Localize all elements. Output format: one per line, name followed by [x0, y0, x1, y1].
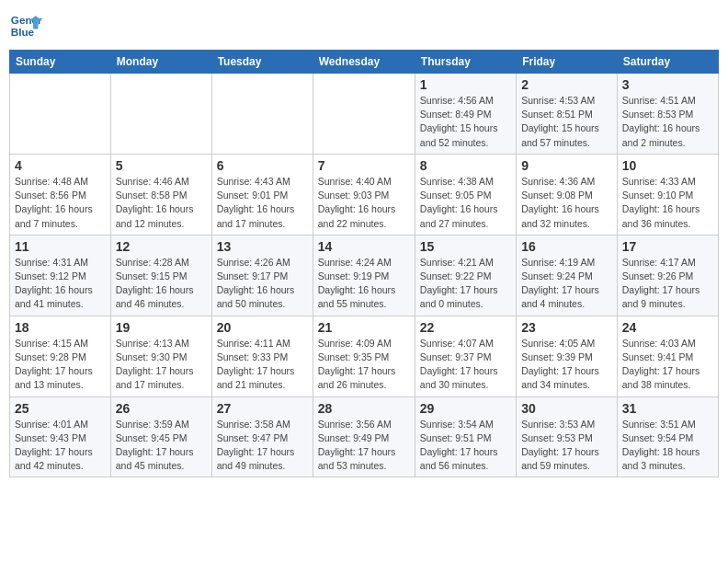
- day-info: Sunrise: 4:48 AM Sunset: 8:56 PM Dayligh…: [15, 175, 106, 231]
- calendar-cell: 2Sunrise: 4:53 AM Sunset: 8:51 PM Daylig…: [517, 74, 618, 155]
- calendar-cell: 8Sunrise: 4:38 AM Sunset: 9:05 PM Daylig…: [415, 154, 516, 235]
- calendar-cell: 4Sunrise: 4:48 AM Sunset: 8:56 PM Daylig…: [10, 154, 111, 235]
- day-number: 21: [318, 320, 410, 335]
- calendar-cell: 18Sunrise: 4:15 AM Sunset: 9:28 PM Dayli…: [10, 316, 111, 396]
- calendar-cell: 19Sunrise: 4:13 AM Sunset: 9:30 PM Dayli…: [110, 316, 211, 396]
- calendar-cell: [313, 74, 415, 155]
- calendar-cell: 24Sunrise: 4:03 AM Sunset: 9:41 PM Dayli…: [617, 316, 718, 396]
- calendar-cell: 31Sunrise: 3:51 AM Sunset: 9:54 PM Dayli…: [617, 396, 718, 477]
- calendar-cell: 23Sunrise: 4:05 AM Sunset: 9:39 PM Dayli…: [517, 316, 618, 396]
- day-info: Sunrise: 4:36 AM Sunset: 9:08 PM Dayligh…: [521, 175, 612, 231]
- day-info: Sunrise: 4:05 AM Sunset: 9:39 PM Dayligh…: [521, 337, 612, 393]
- calendar-week-row: 11Sunrise: 4:31 AM Sunset: 9:12 PM Dayli…: [10, 235, 719, 316]
- calendar-cell: 29Sunrise: 3:54 AM Sunset: 9:51 PM Dayli…: [415, 396, 516, 477]
- calendar-cell: 25Sunrise: 4:01 AM Sunset: 9:43 PM Dayli…: [10, 396, 111, 477]
- svg-text:Blue: Blue: [11, 26, 35, 38]
- day-number: 29: [420, 401, 511, 416]
- day-info: Sunrise: 4:56 AM Sunset: 8:49 PM Dayligh…: [420, 94, 511, 150]
- calendar-cell: 27Sunrise: 3:58 AM Sunset: 9:47 PM Dayli…: [211, 396, 313, 477]
- weekday-header-tuesday: Tuesday: [211, 51, 313, 74]
- day-number: 25: [15, 401, 106, 416]
- day-number: 1: [420, 77, 511, 92]
- day-info: Sunrise: 4:24 AM Sunset: 9:19 PM Dayligh…: [318, 256, 410, 312]
- calendar-header-row: SundayMondayTuesdayWednesdayThursdayFrid…: [10, 51, 719, 74]
- day-number: 28: [318, 401, 410, 416]
- day-info: Sunrise: 3:54 AM Sunset: 9:51 PM Dayligh…: [420, 418, 511, 474]
- weekday-header-saturday: Saturday: [617, 51, 718, 74]
- day-number: 19: [116, 320, 207, 335]
- page-header: General Blue: [9, 9, 719, 42]
- day-number: 16: [521, 239, 612, 254]
- weekday-header-monday: Monday: [110, 51, 211, 74]
- day-info: Sunrise: 4:01 AM Sunset: 9:43 PM Dayligh…: [15, 418, 106, 474]
- day-info: Sunrise: 4:53 AM Sunset: 8:51 PM Dayligh…: [521, 94, 612, 150]
- calendar-cell: [211, 74, 313, 155]
- weekday-header-wednesday: Wednesday: [313, 51, 415, 74]
- day-info: Sunrise: 4:19 AM Sunset: 9:24 PM Dayligh…: [521, 256, 612, 312]
- calendar-cell: 11Sunrise: 4:31 AM Sunset: 9:12 PM Dayli…: [10, 235, 111, 316]
- day-info: Sunrise: 4:31 AM Sunset: 9:12 PM Dayligh…: [15, 256, 106, 312]
- day-number: 20: [217, 320, 308, 335]
- day-number: 15: [420, 239, 511, 254]
- calendar-cell: [110, 74, 211, 155]
- day-number: 3: [622, 77, 713, 92]
- day-number: 9: [521, 158, 612, 173]
- calendar-week-row: 25Sunrise: 4:01 AM Sunset: 9:43 PM Dayli…: [10, 396, 719, 477]
- calendar-cell: 9Sunrise: 4:36 AM Sunset: 9:08 PM Daylig…: [517, 154, 618, 235]
- calendar-cell: 13Sunrise: 4:26 AM Sunset: 9:17 PM Dayli…: [211, 235, 313, 316]
- calendar-cell: 20Sunrise: 4:11 AM Sunset: 9:33 PM Dayli…: [211, 316, 313, 396]
- day-info: Sunrise: 4:26 AM Sunset: 9:17 PM Dayligh…: [217, 256, 308, 312]
- day-number: 23: [521, 320, 612, 335]
- day-number: 17: [622, 239, 713, 254]
- day-info: Sunrise: 3:53 AM Sunset: 9:53 PM Dayligh…: [521, 418, 612, 474]
- day-number: 26: [116, 401, 207, 416]
- calendar-cell: 22Sunrise: 4:07 AM Sunset: 9:37 PM Dayli…: [415, 316, 516, 396]
- day-number: 7: [318, 158, 410, 173]
- day-number: 11: [15, 239, 106, 254]
- calendar-cell: 17Sunrise: 4:17 AM Sunset: 9:26 PM Dayli…: [617, 235, 718, 316]
- day-info: Sunrise: 4:21 AM Sunset: 9:22 PM Dayligh…: [420, 256, 511, 312]
- day-info: Sunrise: 3:56 AM Sunset: 9:49 PM Dayligh…: [318, 418, 410, 474]
- calendar-cell: 10Sunrise: 4:33 AM Sunset: 9:10 PM Dayli…: [617, 154, 718, 235]
- day-number: 18: [15, 320, 106, 335]
- day-info: Sunrise: 4:28 AM Sunset: 9:15 PM Dayligh…: [116, 256, 207, 312]
- calendar-cell: 6Sunrise: 4:43 AM Sunset: 9:01 PM Daylig…: [211, 154, 313, 235]
- day-number: 27: [217, 401, 308, 416]
- day-number: 31: [622, 401, 713, 416]
- day-info: Sunrise: 4:43 AM Sunset: 9:01 PM Dayligh…: [217, 175, 308, 231]
- day-info: Sunrise: 4:13 AM Sunset: 9:30 PM Dayligh…: [116, 337, 207, 393]
- calendar-week-row: 18Sunrise: 4:15 AM Sunset: 9:28 PM Dayli…: [10, 316, 719, 396]
- weekday-header-sunday: Sunday: [10, 51, 111, 74]
- calendar-cell: 15Sunrise: 4:21 AM Sunset: 9:22 PM Dayli…: [415, 235, 516, 316]
- day-info: Sunrise: 4:11 AM Sunset: 9:33 PM Dayligh…: [217, 337, 308, 393]
- day-info: Sunrise: 4:33 AM Sunset: 9:10 PM Dayligh…: [622, 175, 713, 231]
- day-info: Sunrise: 4:46 AM Sunset: 8:58 PM Dayligh…: [116, 175, 207, 231]
- day-number: 24: [622, 320, 713, 335]
- calendar-cell: 30Sunrise: 3:53 AM Sunset: 9:53 PM Dayli…: [517, 396, 618, 477]
- calendar-cell: 16Sunrise: 4:19 AM Sunset: 9:24 PM Dayli…: [517, 235, 618, 316]
- calendar-cell: [10, 74, 111, 155]
- calendar-cell: 26Sunrise: 3:59 AM Sunset: 9:45 PM Dayli…: [110, 396, 211, 477]
- day-info: Sunrise: 3:59 AM Sunset: 9:45 PM Dayligh…: [116, 418, 207, 474]
- calendar-cell: 3Sunrise: 4:51 AM Sunset: 8:53 PM Daylig…: [617, 74, 718, 155]
- calendar-week-row: 4Sunrise: 4:48 AM Sunset: 8:56 PM Daylig…: [10, 154, 719, 235]
- day-info: Sunrise: 4:09 AM Sunset: 9:35 PM Dayligh…: [318, 337, 410, 393]
- calendar-table: SundayMondayTuesdayWednesdayThursdayFrid…: [9, 50, 719, 477]
- day-info: Sunrise: 4:07 AM Sunset: 9:37 PM Dayligh…: [420, 337, 511, 393]
- calendar-cell: 21Sunrise: 4:09 AM Sunset: 9:35 PM Dayli…: [313, 316, 415, 396]
- day-number: 6: [217, 158, 308, 173]
- day-number: 5: [116, 158, 207, 173]
- day-number: 14: [318, 239, 410, 254]
- weekday-header-thursday: Thursday: [415, 51, 516, 74]
- day-number: 30: [521, 401, 612, 416]
- weekday-header-friday: Friday: [517, 51, 618, 74]
- day-info: Sunrise: 4:40 AM Sunset: 9:03 PM Dayligh…: [318, 175, 410, 231]
- day-number: 22: [420, 320, 511, 335]
- day-number: 13: [217, 239, 308, 254]
- day-info: Sunrise: 3:58 AM Sunset: 9:47 PM Dayligh…: [217, 418, 308, 474]
- day-number: 12: [116, 239, 207, 254]
- day-info: Sunrise: 4:51 AM Sunset: 8:53 PM Dayligh…: [622, 94, 713, 150]
- logo-icon: General Blue: [9, 9, 42, 42]
- calendar-week-row: 1Sunrise: 4:56 AM Sunset: 8:49 PM Daylig…: [10, 74, 719, 155]
- day-number: 4: [15, 158, 106, 173]
